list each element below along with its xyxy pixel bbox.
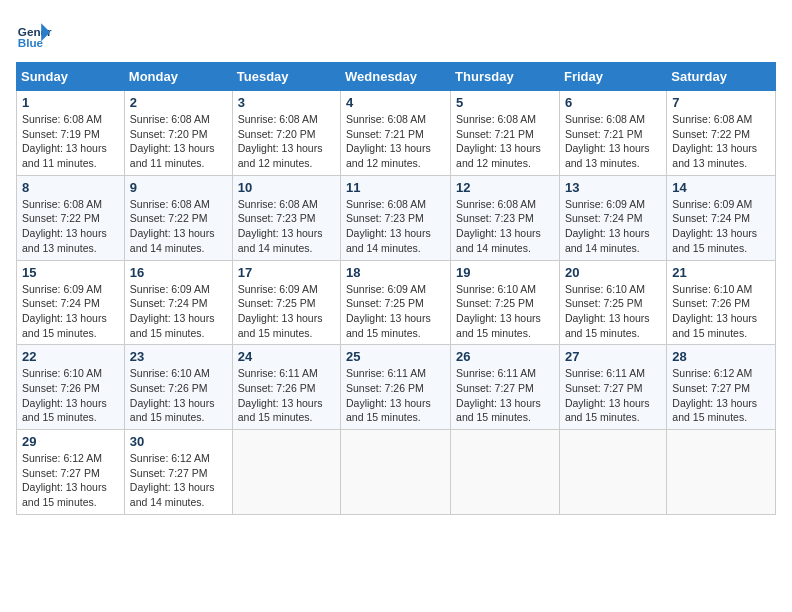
table-cell: 10 Sunrise: 6:08 AMSunset: 7:23 PMDaylig… — [232, 175, 340, 260]
table-cell: 24 Sunrise: 6:11 AMSunset: 7:26 PMDaylig… — [232, 345, 340, 430]
day-number: 18 — [346, 265, 445, 280]
table-cell: 8 Sunrise: 6:08 AMSunset: 7:22 PMDayligh… — [17, 175, 125, 260]
day-number: 3 — [238, 95, 335, 110]
day-number: 9 — [130, 180, 227, 195]
day-number: 14 — [672, 180, 770, 195]
day-number: 19 — [456, 265, 554, 280]
col-sunday: Sunday — [17, 63, 125, 91]
day-number: 28 — [672, 349, 770, 364]
day-info: Sunrise: 6:08 AMSunset: 7:21 PMDaylight:… — [456, 113, 541, 169]
col-friday: Friday — [559, 63, 666, 91]
table-cell: 21 Sunrise: 6:10 AMSunset: 7:26 PMDaylig… — [667, 260, 776, 345]
table-cell — [559, 430, 666, 515]
day-info: Sunrise: 6:09 AMSunset: 7:25 PMDaylight:… — [346, 283, 431, 339]
day-info: Sunrise: 6:08 AMSunset: 7:22 PMDaylight:… — [22, 198, 107, 254]
day-number: 22 — [22, 349, 119, 364]
table-cell: 17 Sunrise: 6:09 AMSunset: 7:25 PMDaylig… — [232, 260, 340, 345]
day-info: Sunrise: 6:12 AMSunset: 7:27 PMDaylight:… — [130, 452, 215, 508]
table-cell: 28 Sunrise: 6:12 AMSunset: 7:27 PMDaylig… — [667, 345, 776, 430]
day-info: Sunrise: 6:11 AMSunset: 7:26 PMDaylight:… — [346, 367, 431, 423]
day-number: 20 — [565, 265, 661, 280]
day-info: Sunrise: 6:09 AMSunset: 7:24 PMDaylight:… — [565, 198, 650, 254]
table-cell: 7 Sunrise: 6:08 AMSunset: 7:22 PMDayligh… — [667, 91, 776, 176]
col-wednesday: Wednesday — [341, 63, 451, 91]
table-cell: 20 Sunrise: 6:10 AMSunset: 7:25 PMDaylig… — [559, 260, 666, 345]
table-cell: 22 Sunrise: 6:10 AMSunset: 7:26 PMDaylig… — [17, 345, 125, 430]
col-tuesday: Tuesday — [232, 63, 340, 91]
day-info: Sunrise: 6:08 AMSunset: 7:21 PMDaylight:… — [346, 113, 431, 169]
svg-text:Blue: Blue — [18, 36, 44, 49]
table-row: 29 Sunrise: 6:12 AMSunset: 7:27 PMDaylig… — [17, 430, 776, 515]
day-info: Sunrise: 6:08 AMSunset: 7:19 PMDaylight:… — [22, 113, 107, 169]
table-cell — [451, 430, 560, 515]
day-info: Sunrise: 6:08 AMSunset: 7:20 PMDaylight:… — [238, 113, 323, 169]
col-monday: Monday — [124, 63, 232, 91]
table-cell: 4 Sunrise: 6:08 AMSunset: 7:21 PMDayligh… — [341, 91, 451, 176]
day-info: Sunrise: 6:10 AMSunset: 7:25 PMDaylight:… — [456, 283, 541, 339]
day-number: 12 — [456, 180, 554, 195]
table-cell: 6 Sunrise: 6:08 AMSunset: 7:21 PMDayligh… — [559, 91, 666, 176]
day-number: 1 — [22, 95, 119, 110]
table-row: 1 Sunrise: 6:08 AMSunset: 7:19 PMDayligh… — [17, 91, 776, 176]
table-row: 8 Sunrise: 6:08 AMSunset: 7:22 PMDayligh… — [17, 175, 776, 260]
day-info: Sunrise: 6:11 AMSunset: 7:27 PMDaylight:… — [565, 367, 650, 423]
table-cell: 19 Sunrise: 6:10 AMSunset: 7:25 PMDaylig… — [451, 260, 560, 345]
day-info: Sunrise: 6:08 AMSunset: 7:23 PMDaylight:… — [346, 198, 431, 254]
day-number: 13 — [565, 180, 661, 195]
day-number: 8 — [22, 180, 119, 195]
day-number: 7 — [672, 95, 770, 110]
table-cell: 9 Sunrise: 6:08 AMSunset: 7:22 PMDayligh… — [124, 175, 232, 260]
day-number: 16 — [130, 265, 227, 280]
day-number: 10 — [238, 180, 335, 195]
table-cell: 1 Sunrise: 6:08 AMSunset: 7:19 PMDayligh… — [17, 91, 125, 176]
table-cell: 2 Sunrise: 6:08 AMSunset: 7:20 PMDayligh… — [124, 91, 232, 176]
day-info: Sunrise: 6:09 AMSunset: 7:24 PMDaylight:… — [130, 283, 215, 339]
day-number: 5 — [456, 95, 554, 110]
logo: General Blue — [16, 16, 52, 52]
table-cell — [667, 430, 776, 515]
table-cell: 16 Sunrise: 6:09 AMSunset: 7:24 PMDaylig… — [124, 260, 232, 345]
day-info: Sunrise: 6:08 AMSunset: 7:22 PMDaylight:… — [130, 198, 215, 254]
day-info: Sunrise: 6:08 AMSunset: 7:23 PMDaylight:… — [238, 198, 323, 254]
day-info: Sunrise: 6:10 AMSunset: 7:26 PMDaylight:… — [672, 283, 757, 339]
day-info: Sunrise: 6:08 AMSunset: 7:23 PMDaylight:… — [456, 198, 541, 254]
calendar-table: Sunday Monday Tuesday Wednesday Thursday… — [16, 62, 776, 515]
day-info: Sunrise: 6:10 AMSunset: 7:26 PMDaylight:… — [22, 367, 107, 423]
header-row: Sunday Monday Tuesday Wednesday Thursday… — [17, 63, 776, 91]
table-cell: 12 Sunrise: 6:08 AMSunset: 7:23 PMDaylig… — [451, 175, 560, 260]
table-cell: 29 Sunrise: 6:12 AMSunset: 7:27 PMDaylig… — [17, 430, 125, 515]
day-number: 30 — [130, 434, 227, 449]
logo-icon: General Blue — [16, 16, 52, 52]
table-cell: 18 Sunrise: 6:09 AMSunset: 7:25 PMDaylig… — [341, 260, 451, 345]
day-number: 21 — [672, 265, 770, 280]
day-info: Sunrise: 6:08 AMSunset: 7:20 PMDaylight:… — [130, 113, 215, 169]
table-cell: 3 Sunrise: 6:08 AMSunset: 7:20 PMDayligh… — [232, 91, 340, 176]
table-cell: 5 Sunrise: 6:08 AMSunset: 7:21 PMDayligh… — [451, 91, 560, 176]
day-number: 23 — [130, 349, 227, 364]
day-info: Sunrise: 6:10 AMSunset: 7:25 PMDaylight:… — [565, 283, 650, 339]
table-cell: 14 Sunrise: 6:09 AMSunset: 7:24 PMDaylig… — [667, 175, 776, 260]
day-info: Sunrise: 6:08 AMSunset: 7:21 PMDaylight:… — [565, 113, 650, 169]
day-info: Sunrise: 6:11 AMSunset: 7:26 PMDaylight:… — [238, 367, 323, 423]
day-number: 29 — [22, 434, 119, 449]
day-number: 15 — [22, 265, 119, 280]
day-number: 25 — [346, 349, 445, 364]
table-row: 15 Sunrise: 6:09 AMSunset: 7:24 PMDaylig… — [17, 260, 776, 345]
table-cell — [341, 430, 451, 515]
day-number: 24 — [238, 349, 335, 364]
table-cell: 26 Sunrise: 6:11 AMSunset: 7:27 PMDaylig… — [451, 345, 560, 430]
day-info: Sunrise: 6:12 AMSunset: 7:27 PMDaylight:… — [672, 367, 757, 423]
table-cell — [232, 430, 340, 515]
header: General Blue — [16, 16, 776, 52]
day-info: Sunrise: 6:10 AMSunset: 7:26 PMDaylight:… — [130, 367, 215, 423]
day-number: 4 — [346, 95, 445, 110]
col-thursday: Thursday — [451, 63, 560, 91]
day-info: Sunrise: 6:08 AMSunset: 7:22 PMDaylight:… — [672, 113, 757, 169]
table-cell: 30 Sunrise: 6:12 AMSunset: 7:27 PMDaylig… — [124, 430, 232, 515]
col-saturday: Saturday — [667, 63, 776, 91]
day-number: 17 — [238, 265, 335, 280]
day-info: Sunrise: 6:09 AMSunset: 7:24 PMDaylight:… — [22, 283, 107, 339]
table-cell: 25 Sunrise: 6:11 AMSunset: 7:26 PMDaylig… — [341, 345, 451, 430]
table-cell: 11 Sunrise: 6:08 AMSunset: 7:23 PMDaylig… — [341, 175, 451, 260]
day-info: Sunrise: 6:09 AMSunset: 7:25 PMDaylight:… — [238, 283, 323, 339]
